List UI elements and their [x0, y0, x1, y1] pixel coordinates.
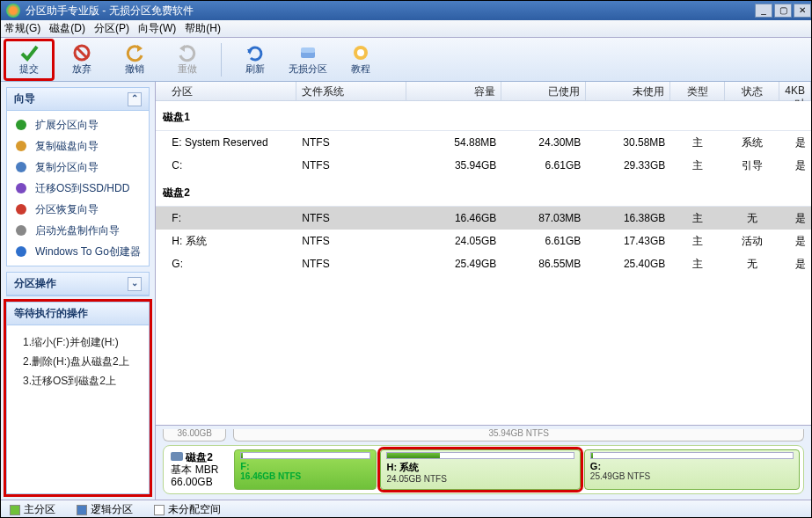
wizard-icon: [14, 223, 28, 237]
partition-ops-header[interactable]: 分区操作 ⌄: [7, 273, 149, 295]
wizards-panel-header[interactable]: 向导 ⌃: [7, 88, 149, 111]
wizard-item[interactable]: 复制分区向导: [7, 157, 149, 178]
wizard-item-label: 复制磁盘向导: [35, 139, 99, 154]
menu-help[interactable]: 帮助(H): [185, 21, 221, 36]
wizard-item[interactable]: 迁移OS到SSD/HDD: [7, 178, 149, 199]
wizards-panel-title: 向导: [14, 91, 35, 106]
chevron-up-icon[interactable]: ⌃: [128, 92, 142, 106]
wizard-item[interactable]: 启动光盘制作向导: [7, 220, 149, 241]
cell-capacity: 54.88MB: [406, 136, 501, 149]
partition-row[interactable]: G:NTFS25.49GB86.55MB25.40GB主无是: [156, 252, 811, 275]
col-type[interactable]: 类型: [670, 82, 725, 100]
drive-icon: [298, 43, 318, 62]
col-used[interactable]: 已使用: [501, 82, 586, 100]
disk-header[interactable]: 磁盘2: [156, 177, 811, 207]
cell-status: 引导: [725, 158, 779, 173]
col-status[interactable]: 状态: [725, 82, 779, 100]
submit-button[interactable]: 提交: [4, 40, 54, 80]
svg-point-11: [16, 162, 26, 172]
wizard-item[interactable]: 复制磁盘向导: [7, 135, 149, 157]
wizards-panel: 向导 ⌃ 扩展分区向导复制磁盘向导复制分区向导迁移OS到SSD/HDD分区恢复向…: [6, 87, 150, 266]
wizard-icon: [14, 202, 28, 216]
cell-capacity: 24.05GB: [406, 235, 501, 247]
cell-capacity: 25.49GB: [406, 258, 501, 270]
cell-filesystem: NTFS: [296, 235, 406, 247]
cell-partition: H: 系统: [156, 234, 296, 249]
wizard-icon: [14, 181, 28, 195]
col-4k-align[interactable]: 4KB对齐: [779, 82, 811, 100]
disk2-info[interactable]: 磁盘2 基本 MBR 66.00GB: [167, 449, 230, 490]
segment-sublabel: 25.49GB NTFS: [590, 471, 794, 481]
window-titlebar: 分区助手专业版 - 无损分区免费软件 _ ▢ ✕: [1, 1, 811, 20]
disk-segment[interactable]: H: 系统24.05GB NTFS: [380, 449, 580, 490]
partition-row[interactable]: H: 系统NTFS24.05GB6.61GB17.43GB主活动是: [156, 230, 811, 252]
disk-icon: [171, 452, 183, 461]
disk2-segments: F:16.46GB NTFSH: 系统24.05GB NTFSG:25.49GB…: [234, 449, 800, 490]
window-title: 分区助手专业版 - 无损分区免费软件: [26, 4, 194, 18]
cell-filesystem: NTFS: [296, 159, 406, 171]
usage-bar: [386, 452, 574, 459]
minimize-button[interactable]: _: [755, 4, 772, 18]
toolbar-separator: [221, 43, 222, 77]
segment-label: F:: [240, 461, 370, 471]
cell-partition: C:: [156, 159, 296, 171]
segment-sublabel: 24.05GB NTFS: [386, 474, 574, 484]
redo-button[interactable]: 重做: [163, 40, 212, 80]
left-sidebar: 向导 ⌃ 扩展分区向导复制磁盘向导复制分区向导迁移OS到SSD/HDD分区恢复向…: [1, 82, 156, 500]
partition-table-body: 磁盘1E: System ReservedNTFS54.88MB24.30MB3…: [156, 101, 811, 425]
disk1-info-stub: 36.00GB: [163, 429, 226, 441]
menu-partition[interactable]: 分区(P): [94, 21, 129, 36]
wizard-item-label: 扩展分区向导: [35, 118, 99, 133]
redo-icon: [178, 43, 197, 62]
discard-icon: [72, 43, 91, 62]
cell-free: 16.38GB: [586, 212, 670, 224]
nondestructive-partition-button[interactable]: 无损分区: [283, 40, 333, 80]
wizard-item[interactable]: Windows To Go创建器: [7, 241, 149, 262]
pending-operation-item[interactable]: 2.删除(H:)盘从磁盘2上: [16, 352, 140, 371]
legend-main-partition: 主分区: [10, 502, 55, 517]
svg-line-1: [77, 48, 86, 57]
refresh-button[interactable]: 刷新: [230, 40, 280, 80]
partition-row[interactable]: C:NTFS35.94GB6.61GB29.33GB主引导是: [156, 154, 811, 177]
cell-status: 系统: [725, 135, 779, 150]
col-free[interactable]: 未使用: [586, 82, 670, 100]
cell-used: 6.61GB: [501, 235, 586, 247]
svg-point-8: [357, 49, 364, 56]
col-filesystem[interactable]: 文件系统: [296, 82, 406, 100]
statusbar: 主分区 逻辑分区 未分配空间: [1, 500, 811, 518]
disk-segment[interactable]: F:16.46GB NTFS: [234, 449, 377, 490]
discard-button[interactable]: 放弃: [57, 40, 106, 80]
cell-partition: E: System Reserved: [156, 136, 296, 149]
pending-operations-header[interactable]: 等待执行的操作: [7, 303, 149, 325]
maximize-button[interactable]: ▢: [774, 4, 792, 18]
tutorial-icon: [351, 43, 370, 62]
disk-header[interactable]: 磁盘1: [156, 101, 811, 131]
cell-free: 25.40GB: [586, 258, 670, 270]
partition-row[interactable]: E: System ReservedNTFS54.88MB24.30MB30.5…: [156, 131, 811, 154]
cell-capacity: 16.46GB: [406, 212, 501, 224]
pending-operation-item[interactable]: 1.缩小(F:)并创建(H:): [16, 332, 140, 352]
tutorial-button[interactable]: 教程: [336, 40, 385, 80]
cell-status: 活动: [725, 234, 779, 249]
menu-wizard[interactable]: 向导(W): [138, 21, 176, 36]
wizard-item[interactable]: 扩展分区向导: [7, 114, 149, 135]
pending-operations-list: 1.缩小(F:)并创建(H:)2.删除(H:)盘从磁盘2上3.迁移OS到磁盘2上: [7, 325, 149, 398]
menu-general[interactable]: 常规(G): [4, 21, 40, 36]
pending-operation-item[interactable]: 3.迁移OS到磁盘2上: [16, 371, 140, 390]
chevron-down-icon[interactable]: ⌄: [128, 277, 142, 291]
svg-point-10: [16, 141, 26, 151]
partition-table-header: 分区 文件系统 容量 已使用 未使用 类型 状态 4KB对齐: [156, 82, 811, 101]
col-partition[interactable]: 分区: [156, 82, 296, 100]
main-area: 向导 ⌃ 扩展分区向导复制磁盘向导复制分区向导迁移OS到SSD/HDD分区恢复向…: [1, 82, 811, 500]
wizard-item-label: 启动光盘制作向导: [35, 223, 120, 238]
close-button[interactable]: ✕: [794, 4, 811, 18]
partition-row[interactable]: F:NTFS16.46GB87.03MB16.38GB主无是: [156, 207, 811, 230]
cell-filesystem: NTFS: [296, 212, 406, 224]
undo-button[interactable]: 撤销: [110, 40, 159, 80]
menu-disk[interactable]: 磁盘(D): [49, 21, 85, 36]
wizard-item[interactable]: 分区恢复向导: [7, 199, 149, 220]
col-capacity[interactable]: 容量: [406, 82, 501, 100]
svg-point-14: [16, 225, 26, 236]
disk-segment[interactable]: G:25.49GB NTFS: [584, 449, 800, 490]
wizard-item-label: Windows To Go创建器: [35, 244, 141, 259]
